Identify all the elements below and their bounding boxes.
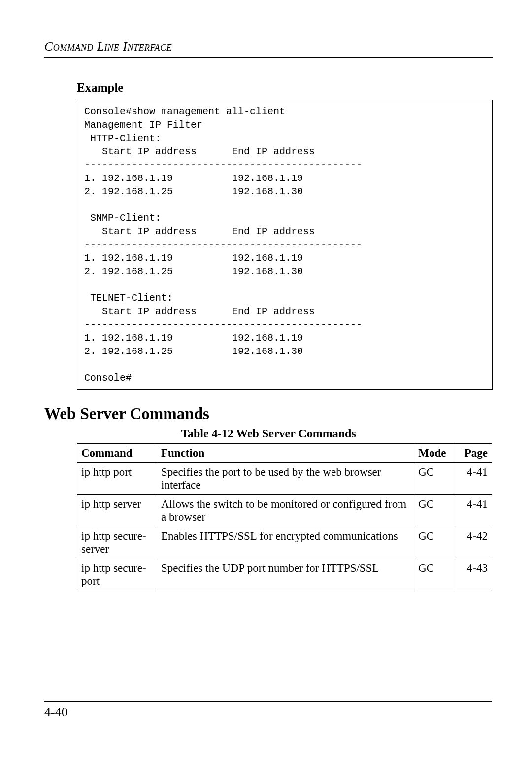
cell-page: 4-42 bbox=[455, 527, 492, 559]
table-row: ip http secure-server Enables HTTPS/SSL … bbox=[77, 527, 492, 559]
table-row: ip http port Specifies the port to be us… bbox=[77, 463, 492, 495]
col-page: Page bbox=[455, 444, 492, 463]
cell-mode: GC bbox=[414, 559, 455, 591]
cell-page: 4-41 bbox=[455, 495, 492, 527]
table-header-row: Command Function Mode Page bbox=[77, 444, 492, 463]
cell-command: ip http server bbox=[77, 495, 157, 527]
col-function: Function bbox=[157, 444, 414, 463]
table-row: ip http server Allows the switch to be m… bbox=[77, 495, 492, 527]
cell-function: Enables HTTPS/SSL for encrypted communic… bbox=[157, 527, 414, 559]
cell-page: 4-43 bbox=[455, 559, 492, 591]
cell-function: Allows the switch to be monitored or con… bbox=[157, 495, 414, 527]
cell-function: Specifies the port to be used by the web… bbox=[157, 463, 414, 495]
cell-command: ip http secure-server bbox=[77, 527, 157, 559]
cell-mode: GC bbox=[414, 495, 455, 527]
example-code-block: Console#show management all-client Manag… bbox=[77, 100, 493, 390]
cell-command: ip http secure-port bbox=[77, 559, 157, 591]
cell-page: 4-41 bbox=[455, 463, 492, 495]
web-server-commands-table: Command Function Mode Page ip http port … bbox=[77, 443, 492, 591]
cell-mode: GC bbox=[414, 527, 455, 559]
cell-command: ip http port bbox=[77, 463, 157, 495]
cell-mode: GC bbox=[414, 463, 455, 495]
col-command: Command bbox=[77, 444, 157, 463]
table-row: ip http secure-port Specifies the UDP po… bbox=[77, 559, 492, 591]
example-heading: Example bbox=[77, 81, 493, 95]
col-mode: Mode bbox=[414, 444, 455, 463]
cell-function: Specifies the UDP port number for HTTPS/… bbox=[157, 559, 414, 591]
table-caption: Table 4-12 Web Server Commands bbox=[44, 427, 493, 440]
page-number: 4-40 bbox=[44, 701, 492, 720]
section-heading: Web Server Commands bbox=[44, 405, 493, 423]
running-head: Command Line Interface bbox=[44, 39, 493, 58]
